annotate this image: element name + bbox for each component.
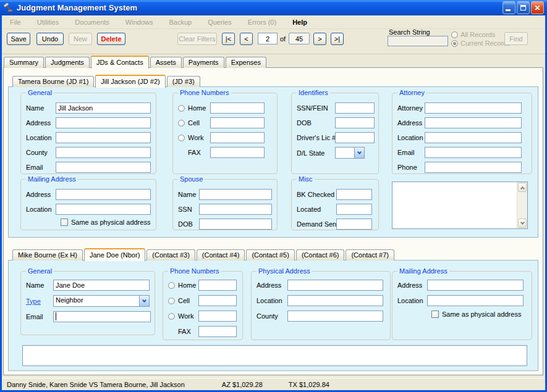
contact-panel: General Name Type Neighbor Email Phone N…	[8, 260, 538, 371]
contact-same-address-checkbox[interactable]	[431, 311, 439, 318]
physical-address-input[interactable]	[287, 280, 383, 291]
jd-location-input[interactable]	[56, 132, 151, 143]
spouse-dob-input[interactable]	[199, 219, 272, 230]
jd-mailing-group: Mailing Address Address Location Same as…	[20, 179, 156, 230]
demand-sent-input[interactable]	[336, 219, 372, 230]
undo-button[interactable]: Undo	[36, 33, 64, 45]
jd-work-phone-input[interactable]	[210, 132, 265, 143]
tab-jd3[interactable]: (JD #3)	[167, 76, 200, 87]
maximize-icon[interactable]	[517, 1, 530, 14]
jd-ssn-input[interactable]	[335, 102, 375, 114]
attorney-address-input[interactable]	[425, 117, 522, 128]
tab-assets[interactable]: Assets	[150, 57, 182, 68]
jd-home-phone-input[interactable]	[210, 102, 265, 114]
minimize-icon[interactable]	[502, 1, 515, 14]
jd-address-label: Address	[26, 119, 56, 127]
tab-jd2[interactable]: Jill Jackson (JD #2)	[95, 75, 165, 88]
az-amount: AZ $1,029.28	[222, 381, 263, 388]
contact-physical-group: Physical Address Address Location County	[251, 271, 391, 340]
jd-dob-input[interactable]	[335, 117, 375, 128]
physical-location-label: Location	[257, 297, 287, 304]
delete-button[interactable]: Delete	[97, 33, 125, 45]
contact-type-select[interactable]: Neighbor	[53, 295, 150, 307]
bk-checked-input[interactable]	[336, 189, 372, 200]
attorney-phone-input[interactable]	[425, 162, 522, 173]
jd-mail-address-input[interactable]	[56, 189, 151, 200]
physical-location-input[interactable]	[287, 295, 383, 306]
contact-type-link[interactable]: Type	[26, 298, 53, 305]
jd-email-input[interactable]	[56, 162, 151, 173]
jd-phone-group: Phone Numbers Home Cell Work FAX	[172, 93, 278, 174]
jd-phone-title: Phone Numbers	[178, 88, 231, 97]
save-button[interactable]: Save	[7, 33, 30, 45]
located-input[interactable]	[336, 204, 372, 215]
nav-first-button[interactable]: |<	[222, 33, 235, 45]
close-icon[interactable]: ✕	[531, 1, 544, 14]
contact-fax-input[interactable]	[198, 326, 237, 337]
scroll-down-icon[interactable]	[518, 219, 527, 228]
jd-mail-location-input[interactable]	[56, 204, 151, 215]
jd-fax-input[interactable]	[210, 147, 265, 158]
jd-home-radio[interactable]	[178, 105, 185, 112]
contact-work-phone-input[interactable]	[198, 311, 237, 322]
tab-contact4[interactable]: (Contact #4)	[197, 249, 245, 261]
tab-contact2[interactable]: Jane Doe (Nbor)	[84, 248, 145, 261]
jd-cell-radio[interactable]	[178, 120, 185, 127]
tab-contact3[interactable]: (Contact #3)	[146, 249, 195, 261]
record-number-input[interactable]	[258, 33, 278, 44]
nav-last-button[interactable]: >|	[331, 33, 344, 45]
jd-name-input[interactable]	[56, 102, 151, 114]
chevron-down-icon[interactable]	[354, 148, 364, 158]
jd-work-radio[interactable]	[178, 135, 185, 141]
contact-home-phone-input[interactable]	[198, 280, 237, 291]
attorney-phone-label: Phone	[397, 164, 425, 171]
jd-ssn-label: SSN/FEIN	[297, 104, 335, 112]
physical-county-input[interactable]	[287, 311, 383, 322]
tab-contact7[interactable]: (Contact #7)	[346, 249, 394, 261]
mailing-location-label: Location	[397, 297, 427, 304]
jd-address-input[interactable]	[56, 117, 151, 128]
contact-notes-input[interactable]	[22, 345, 527, 366]
menu-utilities: Utilities	[29, 19, 67, 26]
jd-notes-textarea[interactable]	[392, 181, 528, 229]
attorney-address-label: Address	[397, 119, 425, 127]
jd-same-address-checkbox[interactable]	[61, 219, 68, 226]
tab-jd1[interactable]: Tamera Bourne (JD #1)	[12, 76, 94, 87]
mailing-address-input[interactable]	[427, 280, 524, 291]
jd-county-input[interactable]	[56, 147, 151, 158]
spouse-name-input[interactable]	[199, 189, 272, 200]
contact-cell-phone-input[interactable]	[198, 295, 237, 306]
nav-next-button[interactable]: >	[313, 33, 326, 45]
contact-name-input[interactable]	[53, 280, 150, 291]
contact-home-radio[interactable]	[168, 282, 175, 289]
notes-scrollbar[interactable]	[517, 182, 527, 228]
scroll-up-icon[interactable]	[518, 183, 527, 192]
tab-expenses[interactable]: Expenses	[226, 57, 266, 68]
tab-contact1[interactable]: Mike Bourne (Ex H)	[12, 249, 83, 261]
contact-cell-radio[interactable]	[168, 298, 175, 304]
contact-work-radio[interactable]	[168, 313, 175, 320]
search-input[interactable]	[388, 36, 448, 46]
tab-judgments[interactable]: Judgments	[45, 57, 90, 68]
spouse-ssn-input[interactable]	[199, 204, 272, 215]
jd-dl-state-select[interactable]	[335, 147, 365, 159]
of-label: of	[280, 35, 286, 43]
nav-prev-button[interactable]: <	[240, 33, 253, 45]
contact-email-input[interactable]	[53, 311, 151, 322]
mailing-location-input[interactable]	[427, 295, 524, 306]
tab-payments[interactable]: Payments	[183, 57, 224, 68]
jd-dl-input[interactable]	[335, 132, 375, 143]
text-cursor	[56, 312, 56, 320]
tab-jds-contacts[interactable]: JDs & Contacts	[91, 56, 149, 69]
contact-name-label: Name	[26, 281, 53, 289]
attorney-location-input[interactable]	[425, 132, 522, 143]
tab-contact5[interactable]: (Contact #5)	[246, 249, 295, 261]
jd-cell-phone-input[interactable]	[210, 117, 265, 128]
tab-contact6[interactable]: (Contact #6)	[296, 249, 345, 261]
attorney-name-input[interactable]	[425, 102, 522, 114]
chevron-down-icon[interactable]	[139, 296, 149, 306]
jd-mailing-title: Mailing Address	[26, 175, 78, 183]
attorney-email-input[interactable]	[425, 147, 522, 158]
tab-summary[interactable]: Summary	[4, 57, 44, 68]
menu-help[interactable]: Help	[284, 19, 315, 26]
